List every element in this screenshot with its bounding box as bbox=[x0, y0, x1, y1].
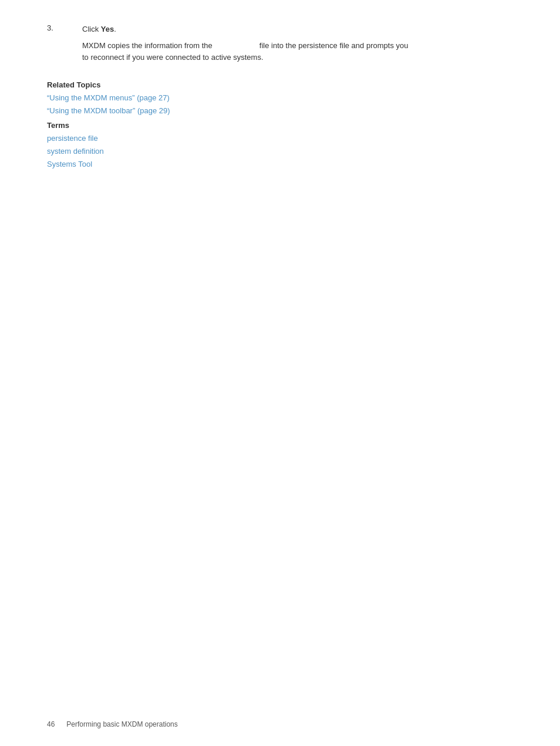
page-content: 3. Click Yes. MXDM copies the informatio… bbox=[0, 0, 528, 207]
term-link-persistence-file[interactable]: persistence file bbox=[47, 132, 481, 145]
footer-page-number: 46 bbox=[47, 720, 55, 728]
step-number: 3. bbox=[47, 23, 82, 73]
related-topics-heading: Related Topics bbox=[47, 80, 481, 89]
related-topics-section: Related Topics “Using the MXDM menus” (p… bbox=[47, 80, 481, 171]
terms-section: Terms persistence file system definition… bbox=[47, 121, 481, 171]
step-description: MXDM copies the information from thefile… bbox=[82, 40, 481, 65]
related-topic-link-1[interactable]: “Using the MXDM menus” (page 27) bbox=[47, 92, 481, 104]
description-line2: to reconnect if you were connected to ac… bbox=[82, 53, 264, 62]
term-link-systems-tool[interactable]: Systems Tool bbox=[47, 158, 481, 171]
instruction-bold: Yes bbox=[101, 25, 114, 33]
description-part2: file into the persistence file and promp… bbox=[259, 41, 409, 50]
related-topic-link-2[interactable]: “Using the MXDM toolbar” (page 29) bbox=[47, 104, 481, 117]
footer-description: Performing basic MXDM operations bbox=[66, 720, 177, 728]
description-part1: MXDM copies the information from the bbox=[82, 41, 212, 50]
step-instruction: Click Yes. bbox=[82, 23, 481, 35]
page-footer: 46 Performing basic MXDM operations bbox=[47, 720, 178, 728]
step-3-row: 3. Click Yes. MXDM copies the informatio… bbox=[47, 23, 481, 73]
instruction-prefix: Click bbox=[82, 25, 101, 33]
instruction-suffix: . bbox=[114, 25, 116, 33]
step-body: Click Yes. MXDM copies the information f… bbox=[82, 23, 481, 73]
footer-content: 46 Performing basic MXDM operations bbox=[47, 720, 178, 728]
term-link-system-definition[interactable]: system definition bbox=[47, 145, 481, 158]
terms-heading: Terms bbox=[47, 121, 481, 130]
